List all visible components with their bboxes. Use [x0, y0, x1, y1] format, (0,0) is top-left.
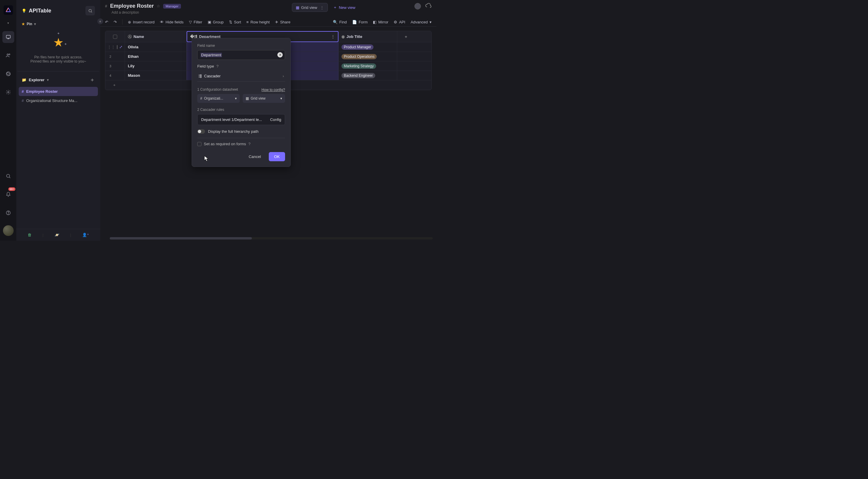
search-icon[interactable]: [2, 170, 14, 182]
mirror-button[interactable]: ◧ Mirror: [373, 20, 388, 24]
column-menu-icon[interactable]: ⋮: [331, 34, 335, 39]
notification-badge: 99+: [8, 187, 15, 191]
app-logo[interactable]: [4, 5, 13, 15]
how-to-config-link[interactable]: How to config?: [261, 88, 285, 92]
collaborator-avatar[interactable]: [414, 3, 421, 9]
view-tab-grid[interactable]: ▦ Grid view ⋮: [292, 3, 328, 12]
notification-icon[interactable]: 99+: [2, 189, 14, 200]
main-header: # Employee Roster ☆ Manager ▦ Grid view …: [100, 0, 436, 10]
sidebar-search-button[interactable]: [86, 6, 95, 15]
grid-icon: ▦: [246, 96, 249, 101]
clear-input-icon[interactable]: ✕: [277, 52, 283, 58]
row-height-button[interactable]: ≡ Row height: [247, 20, 270, 24]
favorite-toggle[interactable]: ☆: [157, 4, 160, 8]
cell-name[interactable]: Olivia: [125, 42, 187, 52]
mirror-label: Mirror: [378, 20, 388, 24]
sort-label: Sort: [234, 20, 241, 24]
drag-handle-icon[interactable]: ⋮⋮: [107, 45, 115, 49]
svg-point-2: [9, 54, 10, 55]
column-header-name[interactable]: Ⓐ Name: [125, 31, 187, 42]
redo-button[interactable]: ↷: [114, 20, 117, 24]
required-checkbox[interactable]: [197, 142, 202, 146]
svg-point-5: [7, 92, 9, 93]
hide-fields-button[interactable]: 👁 Hide fields: [160, 20, 184, 24]
cell-name[interactable]: Mason: [125, 71, 187, 80]
chevron-down-icon[interactable]: ▾: [7, 21, 9, 25]
planet-icon[interactable]: 🪐: [55, 233, 59, 237]
cell-job[interactable]: Product Manager: [339, 42, 397, 52]
grid-icon: ▦: [296, 5, 299, 10]
datasheet-icon: #: [200, 96, 202, 101]
left-rail: ▾ 99+: [0, 0, 16, 241]
help-icon[interactable]: [2, 207, 14, 219]
group-button[interactable]: ▣ Group: [208, 20, 224, 24]
cell-name[interactable]: Lily: [125, 61, 187, 71]
expand-record-icon[interactable]: ⤢: [119, 45, 123, 49]
pin-label: Pin: [27, 22, 32, 26]
contacts-icon[interactable]: [2, 49, 14, 61]
new-view-button[interactable]: ＋ New view: [330, 3, 359, 12]
find-button[interactable]: 🔍 Find: [333, 20, 347, 24]
help-icon[interactable]: ?: [248, 142, 250, 146]
column-name-label: Name: [133, 34, 144, 39]
help-icon[interactable]: ?: [216, 64, 218, 68]
cell-name[interactable]: Ethan: [125, 52, 187, 61]
tree-item-employee-roster[interactable]: # Employee Roster: [19, 87, 98, 96]
view-select[interactable]: ▦Grid view ▾: [243, 94, 285, 103]
select-all-checkbox[interactable]: [113, 35, 117, 39]
cell-job[interactable]: Product Operations: [339, 52, 397, 61]
select-field-icon: ◉: [341, 34, 345, 39]
description-placeholder[interactable]: Add a description: [100, 10, 436, 18]
config-button[interactable]: Config: [270, 117, 281, 122]
form-label: Form: [359, 20, 368, 24]
view-tab-label: Grid view: [301, 5, 317, 10]
job-chip: Marketing Strategy: [341, 63, 376, 69]
template-icon[interactable]: [2, 68, 14, 80]
sync-icon[interactable]: [425, 2, 432, 10]
invite-icon[interactable]: 👤⁺: [82, 233, 89, 237]
row-checkbox[interactable]: [117, 45, 118, 49]
full-path-toggle[interactable]: [197, 129, 205, 134]
field-name-input[interactable]: Department: [197, 50, 285, 60]
share-button[interactable]: ✈ Share: [275, 20, 290, 24]
workbench-icon[interactable]: [2, 31, 14, 43]
find-label: Find: [339, 20, 347, 24]
api-button[interactable]: ⚙ API: [394, 20, 405, 24]
datasheet-select[interactable]: #Organizati... ▾: [197, 94, 240, 103]
field-type-select[interactable]: ⇶ Cascader ›: [197, 71, 285, 81]
toggle-label: Display the full hierarchy path: [208, 129, 259, 134]
svg-point-1: [7, 54, 8, 56]
new-view-label: New view: [339, 5, 355, 10]
advanced-label: Advanced: [410, 20, 428, 24]
pin-section-header[interactable]: ★ Pin ▾: [16, 20, 100, 29]
required-label: Set as required on forms: [204, 142, 246, 146]
explorer-label: Explorer: [29, 78, 44, 82]
cell-job[interactable]: Backend Engineer: [339, 71, 397, 80]
advanced-button[interactable]: Advanced ▾: [410, 20, 432, 24]
cell-job[interactable]: Marketing Strategy: [339, 61, 397, 71]
ok-button[interactable]: OK: [269, 152, 285, 161]
settings-icon[interactable]: [2, 86, 14, 98]
column-header-job[interactable]: ◉ Job Title: [339, 31, 397, 42]
api-label: API: [399, 20, 405, 24]
add-file-button[interactable]: ＋: [90, 76, 95, 83]
column-job-label: Job Title: [346, 34, 362, 39]
horizontal-scrollbar[interactable]: [110, 237, 433, 240]
trash-icon[interactable]: 🗑: [28, 233, 31, 237]
view-tab-menu-icon[interactable]: ⋮: [320, 5, 324, 10]
cancel-button[interactable]: Cancel: [244, 152, 265, 161]
step1-label: 1 Configuration datasheet: [197, 88, 238, 92]
view-select-value: Grid view: [251, 96, 266, 101]
collapse-sidebar-icon[interactable]: ≡: [97, 19, 103, 24]
filter-button[interactable]: ▽ Filter: [189, 20, 202, 24]
form-button[interactable]: 📄 Form: [352, 20, 368, 24]
row-number: 3: [110, 64, 111, 68]
sort-button[interactable]: ⇅ Sort: [229, 20, 241, 24]
insert-record-button[interactable]: ⊕ Insert record: [128, 20, 155, 24]
user-avatar[interactable]: [3, 225, 13, 236]
explorer-section-header[interactable]: 📁 Explorer ▾ ＋: [18, 71, 99, 85]
cascader-icon: ⇶: [198, 74, 202, 78]
tree-item-org-structure[interactable]: # Organizational Structure Ma...: [19, 96, 98, 105]
add-column-button[interactable]: ＋: [397, 31, 414, 42]
undo-button[interactable]: ↶: [105, 20, 108, 24]
